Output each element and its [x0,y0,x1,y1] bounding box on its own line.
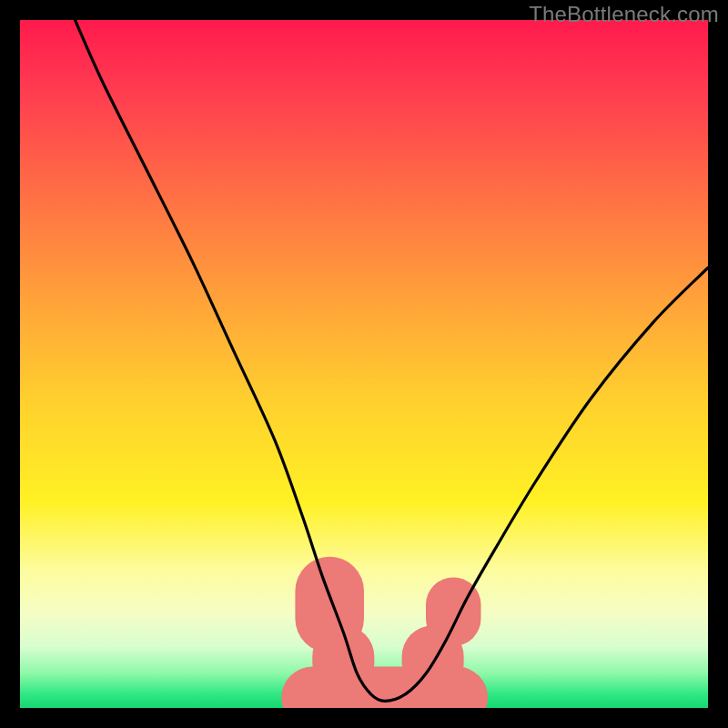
plot-background [20,20,708,708]
bottleneck-curve [76,20,709,701]
markers-group [281,557,488,708]
chart-svg [20,20,708,708]
watermark-text: TheBottleneck.com [529,2,719,27]
